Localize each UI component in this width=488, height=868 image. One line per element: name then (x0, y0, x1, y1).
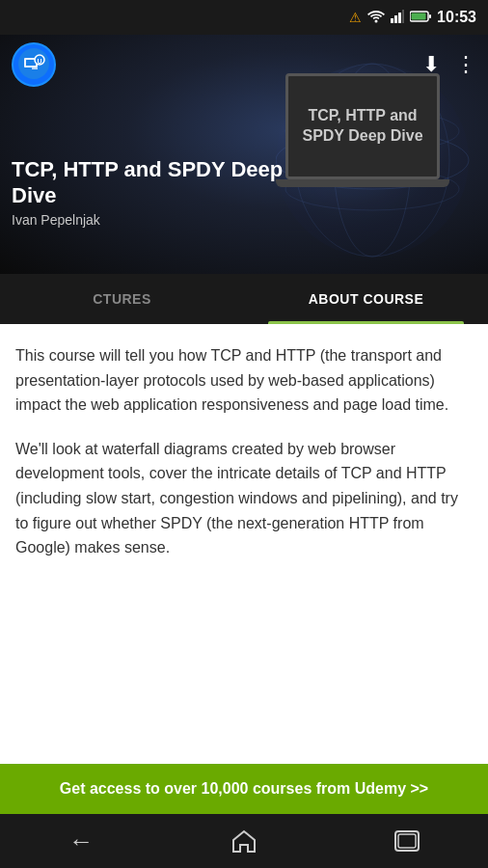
wifi-icon (367, 10, 385, 26)
laptop-screen-text: TCP, HTTP and SPDY Deep Dive (298, 106, 427, 147)
content-paragraph-2: We'll look at waterfall diagrams created… (15, 437, 473, 560)
svg-rect-2 (394, 15, 397, 23)
svg-point-0 (375, 19, 378, 22)
battery-icon (410, 10, 431, 25)
more-options-button[interactable]: ⋮ (455, 52, 476, 77)
laptop-base (276, 179, 449, 187)
header-bar: U ⬇ ⋮ (0, 35, 488, 95)
tab-about-course[interactable]: ABOUT COURSE (244, 274, 488, 324)
course-author: Ivan Pepelnjak (12, 212, 295, 228)
home-button[interactable] (231, 828, 257, 854)
svg-rect-17 (32, 68, 38, 69)
course-title: TCP, HTTP and SPDY Deep Dive (12, 157, 295, 208)
svg-rect-4 (402, 10, 404, 23)
svg-rect-1 (391, 18, 393, 23)
status-icons: ⚠ 10:53 (349, 9, 476, 26)
logo-text: U (18, 48, 49, 82)
tabs-bar: CTURES ABOUT COURSE (0, 274, 488, 324)
tab-lectures[interactable]: CTURES (0, 274, 244, 324)
svg-rect-6 (412, 14, 426, 20)
svg-rect-7 (429, 14, 431, 18)
download-button[interactable]: ⬇ (422, 52, 440, 77)
nav-bar: ← (0, 814, 488, 868)
back-button[interactable]: ← (68, 827, 94, 856)
app-logo[interactable]: U (12, 42, 56, 87)
cta-text: Get access to over 10,000 courses from U… (60, 780, 428, 798)
warning-icon: ⚠ (349, 10, 362, 25)
content-area[interactable]: This course will tell you how TCP and HT… (0, 324, 488, 752)
svg-rect-3 (398, 13, 401, 23)
signal-icon (391, 10, 404, 26)
course-info: TCP, HTTP and SPDY Deep Dive Ivan Pepeln… (12, 157, 295, 228)
status-time: 10:53 (437, 9, 476, 26)
svg-text:U: U (37, 57, 41, 64)
svg-rect-21 (398, 834, 416, 848)
content-paragraph-1: This course will tell you how TCP and HT… (15, 343, 473, 418)
recents-button[interactable] (394, 830, 420, 852)
cta-banner[interactable]: Get access to over 10,000 courses from U… (0, 764, 488, 814)
status-bar: ⚠ 10:53 (0, 0, 488, 35)
hero-section: TCP, HTTP and SPDY Deep Dive U ⬇ ⋮ TCP, … (0, 35, 488, 274)
